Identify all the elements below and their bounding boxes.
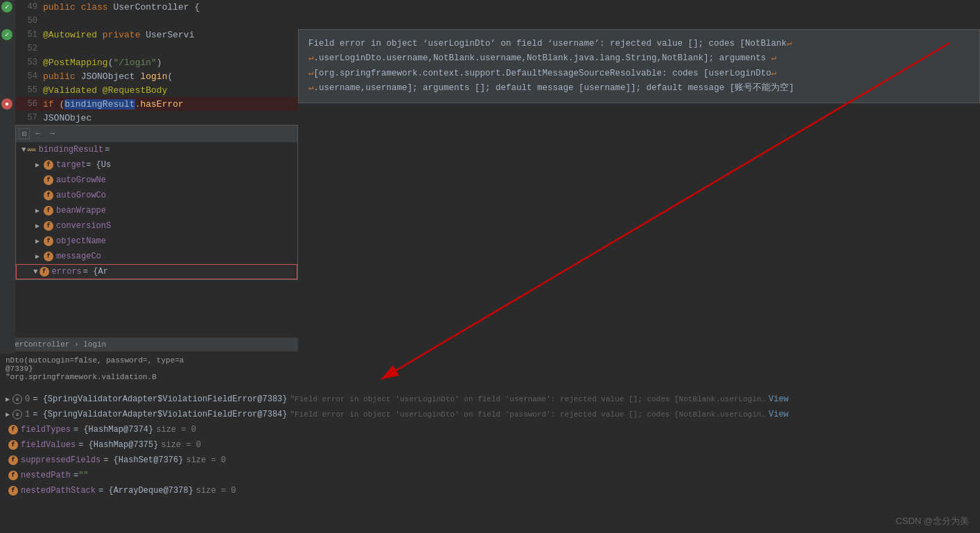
tree-objectname: ▶ f objectName: [16, 234, 297, 249]
code-line-57: 57 JSONObjec: [15, 111, 298, 125]
bottom-left-snippet: nDto(autoLogin=false, password=, type=a …: [0, 353, 194, 388]
var-icon-fv: f: [8, 440, 18, 450]
code-lines: 49 public class UserController { 50 51 @…: [15, 0, 298, 353]
ide-window: ✓ ✓ ● 49 public class UserController {: [0, 0, 980, 533]
debug-nav-icon[interactable]: ⊡: [19, 128, 30, 139]
code-line-51: 51 @Autowired private UserServi: [15, 28, 298, 42]
gutter-icon-green: ✓: [1, 1, 12, 12]
error-tooltip: Field error in object ‘userLoginDto’ on …: [298, 29, 980, 103]
vars-table: ▶ ≡ 0 = {SpringValidatorAdapter$Violatio…: [0, 392, 980, 498]
var-icon-ft: f: [8, 425, 18, 435]
var-row-nestedpathstack: f nestedPathStack = {ArrayDeque@7378} si…: [0, 483, 980, 498]
code-line-56: 56 if (bindingResult.hasError: [15, 97, 298, 111]
tree-binding-result: ▼ ∞∞ bindingResult =: [16, 142, 297, 157]
tooltip-line4: ↵.username,username]; arguments []; defa…: [308, 81, 970, 96]
gutter-icon-red: ●: [1, 98, 12, 110]
gutter-54: [0, 69, 15, 83]
tree-icon-errors: f: [40, 267, 49, 277]
tree-target: ▶ f target = {Us: [16, 157, 297, 173]
var-row-nestedpath: f nestedPath = "": [0, 468, 980, 483]
var-row-1: ▶ ≡ 1 = {SpringValidatorAdapter$Violatio…: [0, 407, 980, 422]
tooltip-line2: ↵.userLoginDto.username,NotBlank.usernam…: [308, 51, 970, 66]
gutter-49: ✓: [0, 0, 15, 14]
tree-autogrowco: f autoGrowCo: [16, 188, 297, 203]
breadcrumb-text: UserController › login: [6, 340, 106, 349]
code-editor: ✓ ✓ ● 49 public class UserController {: [0, 0, 298, 353]
var-icon-list-0: ≡: [12, 394, 22, 404]
tooltip-line1: Field error in object ‘userLoginDto’ on …: [308, 37, 970, 51]
var-icon-nps: f: [8, 486, 18, 496]
variables-panel: nDto(autoLogin=false, password=, type=a …: [0, 353, 980, 533]
snippet-line2: @7339} "org.springframework.validation.B: [6, 365, 189, 381]
var-icon-sf: f: [8, 455, 18, 465]
tree-icon-agc: f: [44, 191, 53, 200]
tree-autogrowne: f autoGrowNe: [16, 173, 297, 188]
watermark: CSDN @念分为美: [895, 515, 969, 527]
tree-conversions: ▶ f conversionS: [16, 218, 297, 234]
tree-icon-bw: f: [44, 206, 53, 216]
gutter-53: [0, 55, 15, 69]
var-icon-list-1: ≡: [12, 410, 22, 419]
code-line-50: 50: [15, 14, 298, 28]
tree-icon-target: f: [44, 160, 53, 170]
breadcrumb-bar: UserController › login: [0, 338, 298, 351]
gutter-51: ✓: [0, 28, 15, 42]
var-row-fieldvalues: f fieldValues = {HashMap@7375} size = 0: [0, 437, 980, 453]
code-line-52: 52: [15, 42, 298, 55]
gutter-icon-green-51: ✓: [1, 29, 12, 40]
var-row-0: ▶ ≡ 0 = {SpringValidatorAdapter$Violatio…: [0, 392, 980, 407]
var-row-fieldtypes: f fieldTypes = {HashMap@7374} size = 0: [0, 422, 980, 437]
code-line-55: 55 @Validated @RequestBody: [15, 83, 298, 97]
tree-icon-agn: f: [44, 175, 53, 185]
gutter-50: [0, 14, 15, 28]
forward-arrow-icon[interactable]: →: [46, 128, 58, 139]
back-arrow-icon[interactable]: ←: [33, 128, 44, 139]
debug-nav-row: ⊡ ← →: [16, 125, 297, 142]
code-line-54: 54 public JSONObject login(: [15, 69, 298, 83]
gutter-56: ●: [0, 97, 15, 111]
left-gutter: ✓ ✓ ●: [0, 0, 15, 353]
debug-tree-panel: ⊡ ← → ▼ ∞∞ bindingResult = ▶ f target = …: [15, 125, 298, 280]
tree-icon-on: f: [44, 236, 53, 246]
tree-icon-cs: f: [44, 221, 53, 231]
gutter-52: [0, 42, 15, 55]
tree-errors: ▼ f errors = {Ar: [16, 264, 297, 279]
tree-messageco: ▶ f messageCo: [16, 249, 297, 264]
tree-beanwrappe: ▶ f beanWrappe: [16, 203, 297, 218]
code-line-49: 49 public class UserController {: [15, 0, 298, 14]
var-row-suppressed: f suppressedFields = {HashSet@7376} size…: [0, 453, 980, 468]
gutter-55: [0, 83, 15, 97]
code-line-53: 53 @PostMapping("/login"): [15, 55, 298, 69]
tree-icon-mc: f: [44, 252, 53, 261]
var-icon-np: f: [8, 471, 18, 480]
tooltip-line3: ↵[org.springframework.context.support.De…: [308, 67, 970, 81]
snippet-line1: nDto(autoLogin=false, password=, type=a: [6, 356, 189, 365]
